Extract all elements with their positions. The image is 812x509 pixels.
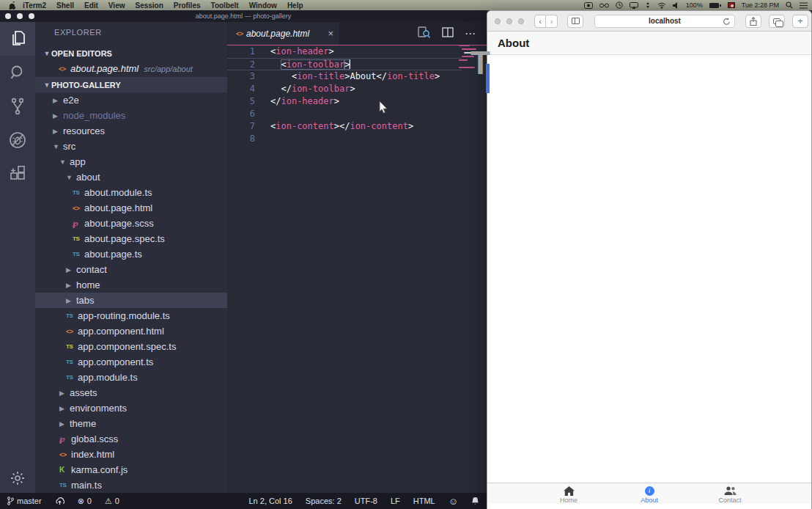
status-eol[interactable]: LF [391,497,400,505]
more-actions-icon[interactable]: ··· [465,29,476,39]
reload-icon[interactable] [723,18,731,27]
tree-item-app.component.spec.ts[interactable]: TSapp.component.spec.ts [35,339,227,354]
close-window-button[interactable] [495,18,501,24]
tree-item-src[interactable]: ▼src [35,139,227,154]
menu-profiles[interactable]: Profiles [174,1,201,10]
tree-item-about.page.ts[interactable]: TSabout.page.ts [35,246,227,262]
explorer-icon[interactable] [0,22,35,56]
tree-item-node_modules[interactable]: ▶node_modules [35,108,227,123]
warnings-indicator[interactable]: ⚠ 0 [105,497,119,506]
zoom-window-button[interactable] [29,13,34,19]
project-header[interactable]: ▼ PHOTO-GALLERY [35,77,227,92]
tab-overview-icon[interactable] [769,15,785,28]
tree-item-about.module.ts[interactable]: TSabout.module.ts [35,185,227,200]
notifications-bell-icon[interactable] [471,497,479,505]
address-bar[interactable]: localhost [594,15,735,28]
tab-about[interactable]: iAbout [632,483,666,504]
share-icon[interactable] [745,15,761,28]
code-line-6[interactable]: 6 [227,108,462,120]
extensions-icon[interactable] [0,157,35,191]
open-editors-header[interactable]: ▼ OPEN EDITORS [35,46,227,61]
wifi-icon[interactable] [657,2,666,9]
tree-item-about.page.spec.ts[interactable]: TSabout.page.spec.ts [35,231,227,246]
tree-item-karma.conf.js[interactable]: Kkarma.conf.js [35,462,227,477]
menu-edit[interactable]: Edit [84,1,98,10]
search-icon[interactable] [0,56,35,89]
feedback-smiley-icon[interactable]: ☺ [449,496,458,507]
code-line-2[interactable]: 2 <ion-toolbar> [227,58,462,70]
volume-icon[interactable] [673,2,679,9]
battery-icon[interactable] [709,3,721,8]
screen-recording-icon[interactable] [584,2,593,9]
spotlight-icon[interactable] [786,1,793,9]
tab-contact[interactable]: Contact [713,483,747,504]
menu-window[interactable]: Window [249,1,277,10]
status-encoding[interactable]: UTF-8 [355,497,377,505]
git-branch-indicator[interactable]: master [7,497,42,505]
tree-item-main.ts[interactable]: TSmain.ts [35,477,227,493]
split-editor-icon[interactable] [442,27,454,40]
menu-toolbelt[interactable]: Toolbelt [211,1,239,10]
status-language-mode[interactable]: HTML [413,497,435,505]
tree-item-app-routing.module.ts[interactable]: TSapp-routing.module.ts [35,308,227,323]
tree-item-about.page.scss[interactable]: ℘about.page.scss [35,216,227,231]
tree-item-about.page.html[interactable]: <>about.page.html [35,200,227,216]
tree-item-home[interactable]: ▶home [35,277,227,293]
tree-item-theme[interactable]: ▶theme [35,416,227,431]
apple-menu-icon[interactable] [9,1,15,10]
tree-item-e2e[interactable]: ▶e2e [35,92,227,108]
open-preview-icon[interactable] [418,26,430,41]
code-line-1[interactable]: 1<ion-header> [227,45,462,58]
code-line-8[interactable]: 8 [227,133,462,145]
tab-home[interactable]: Home [552,483,586,504]
tree-item-app.module.ts[interactable]: TSapp.module.ts [35,370,227,385]
errors-indicator[interactable]: ⊗ 0 [78,497,92,506]
menu-bar-clock[interactable]: Tue 2:28 PM [742,1,779,9]
updown-arrows-icon[interactable] [645,1,651,9]
sync-changes-icon[interactable] [55,497,64,505]
tree-item-assets[interactable]: ▶assets [35,385,227,400]
debug-icon[interactable] [0,123,35,157]
menu-shell[interactable]: Shell [56,1,74,10]
close-tab-icon[interactable]: × [328,28,333,39]
sidebar-toggle-icon[interactable] [567,15,583,28]
tab-about-page-html[interactable]: <> about.page.html × [227,22,339,45]
status-cursor-position[interactable]: Ln 2, Col 16 [249,497,292,505]
minimize-window-button[interactable] [506,18,512,24]
source-control-icon[interactable] [0,89,35,123]
menu-view[interactable]: View [108,1,125,10]
close-window-button[interactable] [5,13,11,19]
notification-center-icon[interactable] [800,2,808,9]
code-editor[interactable]: 1<ion-header>2 <ion-toolbar>3 <ion-title… [227,45,487,493]
safari-traffic-lights[interactable] [495,18,524,24]
code-line-4[interactable]: 4 </ion-toolbar> [227,83,462,95]
status-indentation[interactable]: Spaces: 2 [306,497,342,505]
vscode-title-bar[interactable]: about.page.html — photo-gallery [0,10,487,22]
glasses-icon[interactable] [599,3,609,8]
minimize-window-button[interactable] [17,13,23,19]
zoom-window-button[interactable] [518,18,524,24]
tree-item-environments[interactable]: ▶environments [35,400,227,416]
back-button[interactable]: ‹ [534,15,546,28]
code-line-5[interactable]: 5</ion-header> [227,95,462,108]
code-line-3[interactable]: 3 <ion-title>About</ion-title> [227,70,462,83]
input-source-flag-icon[interactable] [728,2,735,8]
code-line-7[interactable]: 7<ion-content></ion-content> [227,120,462,133]
new-tab-button[interactable]: + [792,15,808,28]
tree-item-app[interactable]: ▼app [35,154,227,169]
menu-help[interactable]: Help [287,1,303,10]
tree-item-global.scss[interactable]: ℘global.scss [35,431,227,447]
airplay-icon[interactable] [630,2,638,9]
tree-item-resources[interactable]: ▶resources [35,123,227,139]
tree-item-tabs[interactable]: ▶tabs [35,293,227,308]
clock-icon[interactable] [616,1,623,9]
settings-gear-icon[interactable] [0,471,35,486]
tree-item-app.component.html[interactable]: <>app.component.html [35,323,227,339]
open-editor-item[interactable]: <> about.page.html src/app/about [35,61,227,76]
tree-item-app.component.ts[interactable]: TSapp.component.ts [35,354,227,370]
menu-session[interactable]: Session [135,1,163,10]
forward-button[interactable]: › [546,15,558,28]
menu-iterm2[interactable]: iTerm2 [23,1,46,10]
tree-item-about[interactable]: ▼about [35,169,227,185]
vscode-traffic-lights[interactable] [5,13,34,19]
